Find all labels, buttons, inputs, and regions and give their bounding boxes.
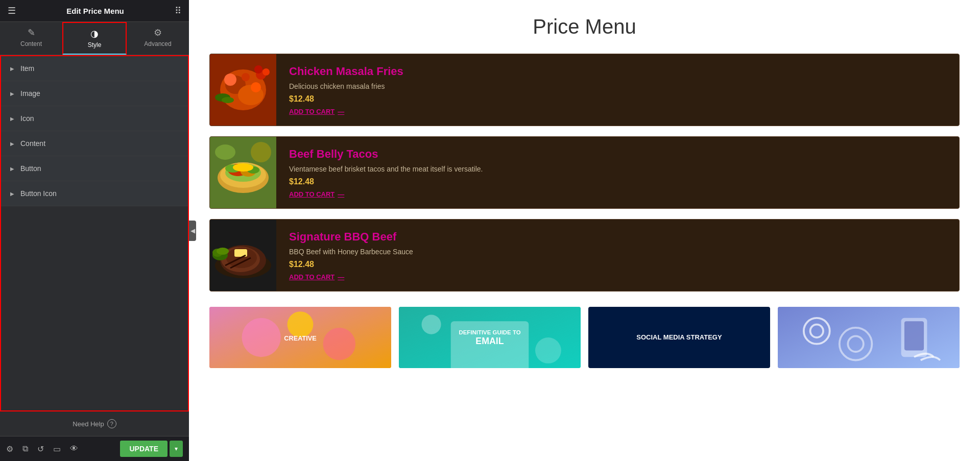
menu-image-1 <box>210 137 276 208</box>
section-content-label: Content <box>20 139 45 148</box>
section-item-button-icon[interactable]: ▶ Button Icon <box>1 181 188 206</box>
menu-card-body-1: Beef Belly Tacos Vientamese beef brisket… <box>276 137 496 208</box>
arrow-icon-content: ▶ <box>10 141 14 147</box>
thumb-svg-0: CREATIVE <box>209 307 391 368</box>
svg-point-37 <box>323 328 356 360</box>
menu-item-price-0: $12.48 <box>289 94 403 104</box>
menu-card-0: Chicken Masala Fries Delicious chicken m… <box>209 54 960 126</box>
hamburger-icon[interactable]: ☰ <box>8 5 16 16</box>
bottom-bar: ⚙ ⧉ ↺ ▭ 👁 UPDATE ▾ <box>0 436 189 461</box>
svg-point-44 <box>535 337 561 363</box>
social-media-text: SOCIAL MEDIA STRATEGY <box>632 329 726 346</box>
collapse-handle[interactable]: ◀ <box>189 221 196 241</box>
panel-title: Edit Price Menu <box>16 7 175 15</box>
thumbnails-row: CREATIVE DEFINITIVE GUIDE TO EMAIL SOCIA… <box>209 307 960 373</box>
section-image-label: Image <box>20 89 40 98</box>
section-item-image[interactable]: ▶ Image <box>1 81 188 106</box>
menu-item-price-2: $12.48 <box>289 260 413 269</box>
svg-point-20 <box>233 163 253 172</box>
arrow-icon-image: ▶ <box>10 91 14 96</box>
tab-content[interactable]: ✎ Content <box>0 22 62 55</box>
tab-advanced-label: Advanced <box>144 40 171 47</box>
arrow-icon-icon: ▶ <box>10 116 14 122</box>
menu-card-2: Signature BBQ Beef BBQ Beef with Honey B… <box>209 219 960 292</box>
menu-image-0 <box>210 54 276 126</box>
add-to-cart-2[interactable]: ADD TO CART <box>289 273 413 281</box>
gear-icon: ⚙ <box>154 27 162 38</box>
svg-point-4 <box>224 74 236 86</box>
grid-icon[interactable]: ⠿ <box>175 5 181 16</box>
thumb-svg-1: DEFINITIVE GUIDE TO EMAIL <box>399 307 581 368</box>
help-icon: ? <box>107 419 116 428</box>
style-icon: ◑ <box>90 28 99 39</box>
svg-point-35 <box>242 318 281 357</box>
update-button-group: UPDATE ▾ <box>120 441 183 457</box>
svg-point-36 <box>288 311 314 337</box>
section-item-icon[interactable]: ▶ Icon <box>1 106 188 131</box>
menu-item-name-2: Signature BBQ Beef <box>289 230 413 244</box>
menu-item-name-0: Chicken Masala Fries <box>289 65 403 78</box>
pencil-icon: ✎ <box>28 27 35 38</box>
thumbnail-3[interactable] <box>778 307 960 368</box>
thumb-svg-3 <box>778 307 960 368</box>
section-button-icon-label: Button Icon <box>20 189 57 198</box>
section-button-label: Button <box>20 164 41 173</box>
svg-text:EMAIL: EMAIL <box>475 336 504 346</box>
thumbnail-0[interactable]: CREATIVE <box>209 307 391 368</box>
add-to-cart-0[interactable]: ADD TO CART <box>289 108 403 115</box>
menu-item-desc-1: Vientamese beef brisket tacos and the me… <box>289 165 483 173</box>
chicken-img-svg <box>210 54 276 126</box>
svg-point-5 <box>242 73 250 81</box>
svg-rect-51 <box>904 321 924 350</box>
menu-item-price-1: $12.48 <box>289 177 483 186</box>
style-sections: ▶ Item ▶ Image ▶ Icon ▶ Content ▶ Button… <box>0 55 189 411</box>
responsive-icon[interactable]: ▭ <box>53 444 61 454</box>
menu-card-body-0: Chicken Masala Fries Delicious chicken m… <box>276 54 416 126</box>
tab-style[interactable]: ◑ Style <box>62 22 127 55</box>
layers-icon[interactable]: ⧉ <box>22 444 28 453</box>
section-item-label: Item <box>20 64 34 72</box>
bottom-icons: ⚙ ⧉ ↺ ▭ 👁 <box>6 444 78 454</box>
menu-item-desc-0: Delicious chicken masala fries <box>289 82 403 90</box>
update-button[interactable]: UPDATE <box>120 441 168 457</box>
section-icon-label: Icon <box>20 114 34 123</box>
tabs-bar: ✎ Content ◑ Style ⚙ Advanced <box>0 22 189 55</box>
need-help[interactable]: Need Help ? <box>0 411 189 436</box>
left-panel: ☰ Edit Price Menu ⠿ ✎ Content ◑ Style ⚙ … <box>0 0 189 461</box>
arrow-icon-item: ▶ <box>10 66 14 71</box>
history-icon[interactable]: ↺ <box>37 444 44 454</box>
menu-card-body-2: Signature BBQ Beef BBQ Beef with Honey B… <box>276 220 426 291</box>
svg-point-22 <box>215 144 235 160</box>
update-arrow-button[interactable]: ▾ <box>170 441 183 457</box>
svg-text:DEFINITIVE GUIDE TO: DEFINITIVE GUIDE TO <box>459 329 520 335</box>
menu-image-2 <box>210 220 276 291</box>
tab-advanced[interactable]: ⚙ Advanced <box>127 22 189 55</box>
menu-card-1: Beef Belly Tacos Vientamese beef brisket… <box>209 136 960 209</box>
section-item-item[interactable]: ▶ Item <box>1 56 188 81</box>
add-to-cart-1[interactable]: ADD TO CART <box>289 190 483 198</box>
panel-header: ☰ Edit Price Menu ⠿ <box>0 0 189 22</box>
arrow-icon-button: ▶ <box>10 166 14 172</box>
tab-content-label: Content <box>20 40 42 47</box>
section-item-content[interactable]: ▶ Content <box>1 131 188 156</box>
svg-point-6 <box>251 82 261 92</box>
svg-point-33 <box>217 248 229 255</box>
svg-point-11 <box>222 97 234 103</box>
svg-point-8 <box>262 68 270 76</box>
page-title: Price Menu <box>209 15 960 38</box>
svg-text:CREATIVE: CREATIVE <box>284 334 316 342</box>
right-content: Price Menu Chicken Masala <box>189 0 980 461</box>
settings-bottom-icon[interactable]: ⚙ <box>6 444 13 454</box>
taco-img-svg <box>210 137 276 208</box>
need-help-text: Need Help <box>73 420 104 428</box>
svg-point-21 <box>251 142 271 162</box>
section-item-button[interactable]: ▶ Button <box>1 156 188 181</box>
bbq-img-svg <box>210 220 276 291</box>
menu-item-name-1: Beef Belly Tacos <box>289 148 483 161</box>
eye-icon[interactable]: 👁 <box>70 444 78 453</box>
tab-style-label: Style <box>88 41 102 48</box>
arrow-icon-button-icon: ▶ <box>10 191 14 197</box>
svg-point-9 <box>254 65 262 74</box>
thumbnail-1[interactable]: DEFINITIVE GUIDE TO EMAIL <box>399 307 581 368</box>
thumbnail-2[interactable]: SOCIAL MEDIA STRATEGY <box>588 307 770 368</box>
